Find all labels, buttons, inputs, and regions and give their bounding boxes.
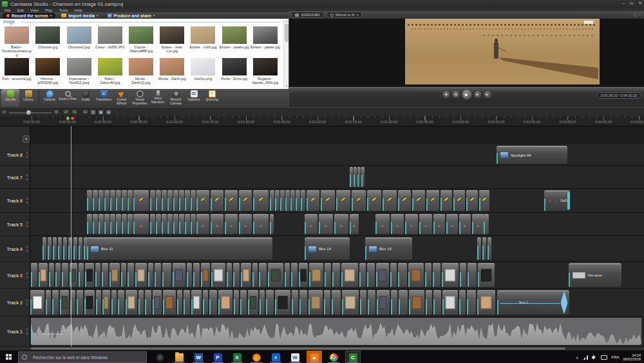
track-content[interactable]: Spotlight 94: [30, 144, 644, 166]
chinagirl-wav-clip[interactable]: ♪ ChinaGirl.wav: [31, 318, 641, 345]
zoom-slider-knob[interactable]: [26, 110, 31, 115]
timeline-clip[interactable]: [376, 263, 389, 287]
timeline-clip[interactable]: [367, 263, 375, 287]
clip-bin-item[interactable]: Chinoise2.jpg: [63, 25, 94, 57]
timeline-clip[interactable]: [442, 290, 458, 315]
timeline-clip[interactable]: [260, 290, 265, 315]
play-button[interactable]: ▶: [462, 90, 471, 99]
timeline-clip[interactable]: [173, 190, 178, 211]
timeline-clip[interactable]: [211, 190, 223, 211]
timeline-clip[interactable]: [301, 190, 305, 211]
timeline-clip[interactable]: [77, 290, 83, 315]
timeline-clip[interactable]: [336, 190, 350, 211]
timeline-clip[interactable]: [354, 167, 357, 187]
timeline-clip[interactable]: [52, 290, 59, 315]
step-forward-button[interactable]: ▶: [474, 91, 481, 98]
timeline-clip[interactable]: [248, 290, 258, 315]
timeline-clip[interactable]: ✕: [405, 214, 418, 234]
taskbar-app-word[interactable]: W: [191, 351, 206, 363]
taskbar-search-input[interactable]: [18, 351, 147, 363]
timeline-clip[interactable]: [53, 237, 57, 260]
timeline-clip[interactable]: [459, 290, 466, 315]
timeline-clip[interactable]: [259, 263, 267, 287]
timeline-clip[interactable]: [128, 214, 133, 234]
clip-bin-item[interactable]: OuiOui.png: [187, 57, 218, 88]
timeline-clip[interactable]: [162, 190, 167, 211]
timeline-clip[interactable]: [201, 263, 210, 287]
timeline-clip[interactable]: [412, 190, 425, 211]
timeline-clip[interactable]: [477, 290, 495, 315]
timeline-clip[interactable]: [477, 237, 481, 260]
timeline-clip[interactable]: [275, 290, 290, 315]
timeline-clip[interactable]: [357, 167, 361, 187]
timeline-clip[interactable]: [145, 290, 151, 315]
zoom-in-icon[interactable]: ⊕: [54, 109, 59, 115]
timeline-clip[interactable]: [96, 290, 101, 315]
clip-bin-item[interactable]: Homme - jeff33290.jpg: [32, 57, 63, 88]
timeline-clip[interactable]: [122, 190, 127, 211]
timeline-clip[interactable]: [425, 263, 431, 287]
timeline-clip[interactable]: [191, 214, 196, 234]
timeline-clip[interactable]: [325, 263, 331, 287]
timeline-clip[interactable]: [87, 190, 92, 211]
timeline-clip[interactable]: [177, 290, 182, 315]
tab-visual-properties[interactable]: Visual Properties: [131, 89, 149, 106]
timeline-clip[interactable]: [268, 263, 283, 287]
taskbar-app-blue-office-app[interactable]: P: [210, 351, 225, 363]
track-eye-icon[interactable]: [26, 276, 28, 279]
timeline-clip[interactable]: [49, 263, 54, 287]
timeline-clip[interactable]: ✕: [305, 214, 317, 234]
timeline-clip[interactable]: [179, 190, 184, 211]
timeline-clip[interactable]: [133, 190, 149, 211]
copy-button[interactable]: ▦: [97, 109, 104, 115]
timeline-clip[interactable]: [240, 290, 247, 315]
taskbar-app-excel[interactable]: X: [229, 351, 245, 363]
tab-clip-bin[interactable]: Clip Bin: [1, 89, 19, 106]
track-lock-icon[interactable]: [26, 197, 28, 200]
timeline-clip[interactable]: [350, 167, 353, 187]
timeline-clip[interactable]: [332, 290, 341, 315]
timeline-clip[interactable]: ✕: [459, 214, 471, 234]
track-eye-icon[interactable]: [26, 155, 28, 158]
timeline-clip[interactable]: ✕: [391, 214, 404, 234]
timeline-clip[interactable]: [153, 290, 162, 315]
timeline-clip[interactable]: [440, 190, 452, 211]
timeline-clip[interactable]: [270, 214, 274, 234]
timeline-clip[interactable]: [398, 263, 407, 287]
track-lock-icon[interactable]: [26, 272, 28, 275]
clip-bin-item[interactable]: Exister - patate.jpg: [250, 25, 281, 57]
timeline-clip[interactable]: [409, 290, 424, 315]
timeline-clip[interactable]: [191, 190, 196, 211]
timeline-clip[interactable]: [196, 190, 209, 211]
timeline-clip[interactable]: [55, 263, 61, 287]
timeline-clip[interactable]: [442, 263, 459, 287]
start-button[interactable]: [0, 351, 17, 363]
clip-bin-item[interactable]: Merde - Darth.jpg: [156, 57, 187, 88]
timeline-clip[interactable]: ✕: [211, 214, 223, 234]
timeline-clip[interactable]: [150, 190, 155, 211]
timeline-clip[interactable]: [135, 263, 147, 287]
timeline-clip[interactable]: ✕: [334, 214, 348, 234]
timeline-clip[interactable]: [307, 190, 319, 211]
timeline-clip[interactable]: [209, 290, 217, 315]
timeline-clip[interactable]: [138, 290, 144, 315]
clock[interactable]: 14:04 06/02/2016: [623, 353, 641, 362]
timeline-clip[interactable]: [390, 263, 397, 287]
timeline-clip[interactable]: [332, 263, 340, 287]
clip-bin-item[interactable]: Fort - anvenha.jpg: [1, 57, 32, 88]
timeline-clip[interactable]: [484, 214, 489, 234]
timeline-clip[interactable]: [102, 263, 108, 287]
timeline-clip[interactable]: [270, 190, 274, 211]
timeline-clip[interactable]: [102, 290, 110, 315]
timeline-clip[interactable]: [398, 190, 411, 211]
timeline-clip[interactable]: [218, 290, 232, 315]
clip-bin-item[interactable]: Copine - Obama888.jpg: [126, 25, 156, 57]
record-screen-button[interactable]: Record the screen ▾: [3, 13, 55, 19]
timeline-clip[interactable]: [43, 237, 46, 260]
timeline-clip[interactable]: [453, 190, 465, 211]
ouioui-clip[interactable]: ✕→OuiOui: [544, 190, 570, 211]
timeline-clip[interactable]: ✕: [239, 214, 252, 234]
clip-bin-item[interactable]: Etoiles - mithi.jpg: [187, 25, 218, 57]
timeline-clip[interactable]: [173, 214, 178, 234]
timeline-clip[interactable]: [48, 237, 52, 260]
